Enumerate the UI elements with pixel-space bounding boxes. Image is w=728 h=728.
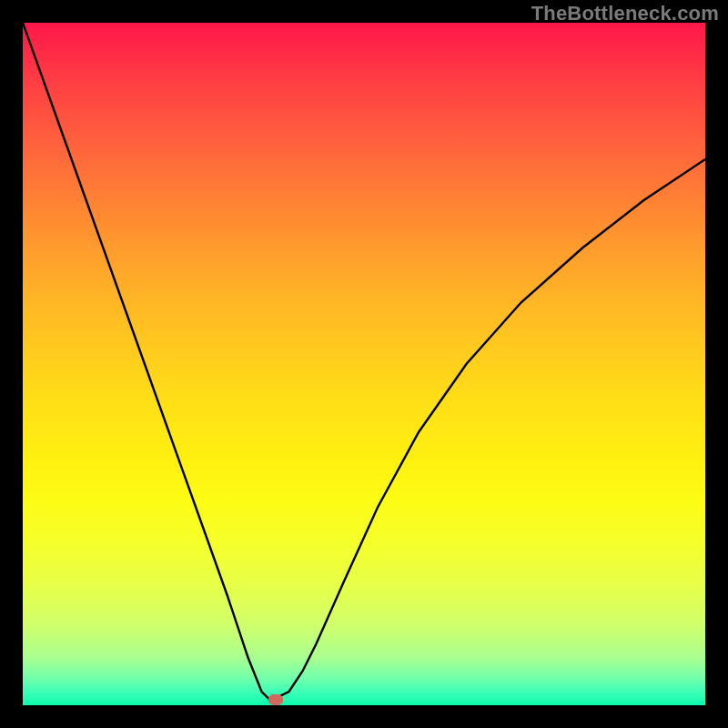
chart-svg [23,23,705,705]
watermark-text: TheBottleneck.com [531,2,719,25]
chart-area [23,23,705,705]
chart-curve-path [23,23,705,699]
chart-marker-dot [268,694,283,705]
